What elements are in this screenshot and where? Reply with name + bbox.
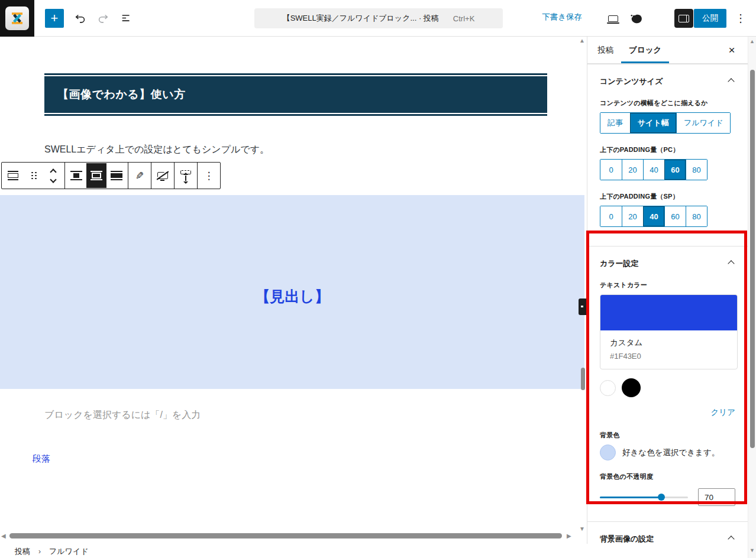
block-mover-icon[interactable] — [43, 163, 63, 188]
editor-canvas: 【画像でわかる】使い方 SWELLエディタ上での設定はとてもシンプルです。 — [0, 37, 587, 544]
tab-post[interactable]: 投稿 — [590, 37, 621, 63]
padding-sp-0[interactable]: 0 — [600, 206, 622, 226]
settings-sidebar: 投稿 ブロック × コンテンツサイズ コンテンツの横幅をどこに揃えるか 記事 サ… — [587, 37, 748, 544]
empty-block-placeholder[interactable]: ブロックを選択するには「/」を入力 — [44, 409, 201, 421]
list-view-icon[interactable] — [117, 9, 136, 28]
swell-logo-icon — [5, 7, 29, 30]
palette-row — [600, 378, 735, 398]
panel-content-size: コンテンツサイズ コンテンツの横幅をどこに揃えるか 記事 サイト幅 フルワイド … — [587, 64, 748, 239]
padding-pc-label: 上下のPADDING量（PC） — [600, 145, 735, 154]
panel-bg-image: 背景画像の設定 画像URL — [587, 521, 748, 544]
preview-icon[interactable] — [603, 9, 622, 28]
bg-color-hint: 好きな色を選択できます。 — [622, 447, 719, 458]
opacity-label: 背景色の不透明度 — [600, 472, 735, 481]
scroll-down-icon[interactable]: ▼ — [579, 526, 585, 532]
black-color-dot[interactable] — [622, 378, 641, 397]
heading-block[interactable]: 【画像でわかる】使い方 — [44, 73, 547, 116]
width-option-article[interactable]: 記事 — [600, 113, 630, 133]
scroll-left-icon[interactable]: ◀ — [1, 533, 6, 539]
padding-pc-60[interactable]: 60 — [664, 160, 686, 180]
edit-pencil-icon[interactable]: ✎ — [130, 163, 150, 188]
paragraph-block[interactable]: SWELLエディタ上での設定はとてもシンプルです。 — [44, 144, 269, 156]
chevron-up-icon — [728, 260, 734, 267]
opacity-slider[interactable] — [600, 494, 688, 501]
sidebar-scrollbar-thumb[interactable] — [750, 70, 755, 448]
align-article-width-icon[interactable] — [66, 163, 86, 188]
options-menu-icon[interactable]: ⋮ — [734, 9, 748, 28]
responsive-toggle-icon[interactable] — [153, 163, 173, 188]
vertical-scrollbar[interactable] — [581, 368, 585, 390]
bg-color-label: 背景色 — [600, 431, 735, 440]
width-option-fullwide[interactable]: フルワイド — [676, 113, 731, 133]
padding-sp-20[interactable]: 20 — [622, 206, 643, 226]
tab-block[interactable]: ブロック — [621, 37, 669, 63]
text-color-label: テキストカラー — [600, 281, 735, 290]
scroll-up-icon[interactable]: ▲ — [749, 38, 755, 44]
editor-top-bar: + 【SWELL実録／フルワイドブロック... · 投稿 Ctrl+K 下書き保… — [0, 0, 756, 37]
horizontal-scrollbar[interactable] — [9, 533, 562, 538]
padding-sp-80[interactable]: 80 — [686, 206, 707, 226]
panel-color-settings-header[interactable]: カラー設定 — [600, 255, 735, 274]
panel-color-settings: カラー設定 テキストカラー カスタム #1F43E0 クリア 背景色 好きな色を… — [587, 246, 748, 518]
breadcrumb-fullwide[interactable]: フルワイド — [49, 546, 89, 557]
heading-top-rule — [44, 73, 547, 75]
shortcut-hint: Ctrl+K — [453, 14, 474, 23]
block-toolbar: ✎ ⋮ — [1, 162, 221, 189]
breadcrumb: 投稿 › フルワイド — [15, 546, 89, 557]
block-options-icon[interactable]: ⋮ — [199, 163, 219, 188]
settings-sidebar-toggle[interactable] — [674, 9, 693, 28]
close-sidebar-icon[interactable]: × — [724, 43, 739, 58]
tooltip-stub — [579, 299, 587, 315]
swatch-hex-value: #1F43E0 — [610, 352, 728, 361]
scroll-right-icon[interactable]: ▶ — [567, 533, 571, 539]
custom-color-card: カスタム #1F43E0 — [600, 294, 738, 369]
inner-heading-placeholder[interactable]: 【見出し】 — [0, 287, 584, 306]
swell-whale-icon[interactable] — [626, 9, 645, 28]
width-button-group: 記事 サイト幅 フルワイド — [600, 112, 731, 134]
editor-footer: 投稿 › フルワイド — [0, 544, 756, 558]
breadcrumb-separator-icon: › — [38, 547, 41, 556]
fullwide-block-icon[interactable] — [3, 163, 23, 188]
clear-color-button[interactable]: クリア — [711, 407, 735, 418]
redo-icon[interactable] — [93, 9, 112, 28]
white-color-dot[interactable] — [600, 380, 616, 396]
padding-pc-0[interactable]: 0 — [600, 160, 622, 180]
command-palette[interactable]: 【SWELL実録／フルワイドブロック... · 投稿 Ctrl+K — [254, 8, 503, 28]
heading-bottom-rule — [44, 114, 547, 116]
padding-sp-group: 0 20 40 60 80 — [600, 206, 707, 227]
fullwide-block-canvas[interactable]: 【見出し】 段落 — [0, 195, 584, 389]
breadcrumb-post[interactable]: 投稿 — [15, 546, 30, 557]
width-option-site[interactable]: サイト幅 — [630, 113, 676, 133]
scroll-up-icon[interactable]: ▲ — [579, 38, 585, 44]
swatch-name: カスタム — [610, 338, 728, 348]
padding-pc-20[interactable]: 20 — [622, 160, 643, 180]
save-draft-button[interactable]: 下書き保存 — [542, 12, 582, 22]
align-fullwide-icon[interactable] — [106, 163, 127, 188]
panel-content-size-header[interactable]: コンテンツサイズ — [600, 73, 735, 92]
opacity-input[interactable] — [698, 488, 735, 506]
padding-sp-40[interactable]: 40 — [643, 206, 664, 226]
sidebar-scrollbar[interactable]: ▲ ▼ — [748, 37, 756, 558]
inner-paragraph-placeholder[interactable]: 段落 — [33, 453, 50, 465]
sidebar-panel-icon — [679, 15, 689, 22]
site-logo[interactable] — [0, 0, 34, 37]
scroll-down-icon[interactable]: ▼ — [749, 547, 755, 553]
padding-sp-60[interactable]: 60 — [664, 206, 686, 226]
bg-color-dot[interactable] — [600, 445, 616, 460]
drag-handle-icon[interactable] — [23, 163, 43, 188]
panel-bg-image-header[interactable]: 背景画像の設定 — [600, 530, 735, 544]
padding-pc-40[interactable]: 40 — [643, 160, 664, 180]
block-inserter-button[interactable]: + — [45, 9, 64, 28]
align-site-width-icon[interactable] — [86, 163, 106, 188]
sidebar-tabs: 投稿 ブロック × — [587, 37, 748, 64]
padding-pc-group: 0 20 40 60 80 — [600, 159, 707, 180]
publish-button[interactable]: 公開 — [694, 9, 726, 28]
slider-thumb[interactable] — [658, 494, 665, 501]
width-control-label: コンテンツの横幅をどこに揃えるか — [600, 99, 735, 108]
padding-pc-80[interactable]: 80 — [686, 160, 707, 180]
undo-icon[interactable] — [71, 9, 90, 28]
height-adjust-icon[interactable] — [176, 163, 196, 188]
custom-color-swatch[interactable] — [600, 295, 737, 330]
padding-sp-label: 上下のPADDING量（SP） — [600, 192, 735, 201]
chevron-up-icon — [728, 536, 734, 542]
